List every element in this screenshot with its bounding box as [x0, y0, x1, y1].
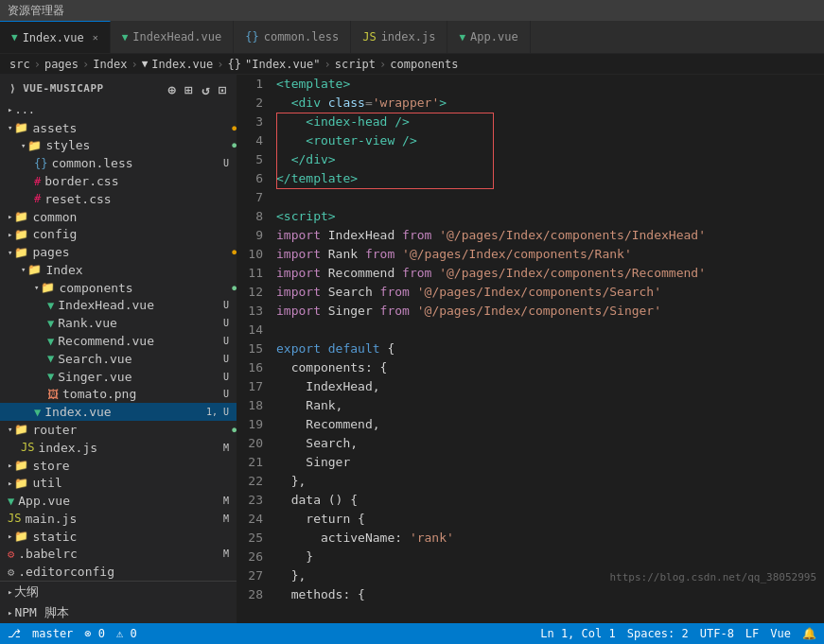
less-icon: {} — [245, 30, 258, 44]
cursor-position: Ln 1, Col 1 — [540, 627, 615, 640]
line-content[interactable]: components: { — [272, 358, 824, 377]
line-number: 23 — [237, 491, 272, 510]
line-content[interactable]: <router-view /> — [272, 131, 824, 150]
code-line-9: 9 import IndexHead from '@/pages/Index/c… — [237, 226, 824, 245]
line-content[interactable]: </div> — [272, 150, 824, 169]
line-content[interactable]: import Rank from '@/pages/Index/componen… — [272, 245, 824, 264]
error-count: ⊗ 0 — [84, 627, 105, 640]
tree-item-common[interactable]: ▸ 📁 common — [0, 208, 237, 226]
tab-common-less[interactable]: {} common.less — [234, 21, 351, 53]
tab-label: IndexHead.vue — [132, 30, 221, 44]
tree-item-components[interactable]: ▾ 📁 components ● — [0, 279, 237, 297]
code-line-19: 19 Recommend, — [237, 415, 824, 434]
tab-index-vue[interactable]: ▼ Index.vue ✕ — [0, 21, 111, 53]
tree-item-main-js[interactable]: JS main.js M — [0, 510, 237, 528]
sidebar-actions[interactable]: ⊕ ⊞ ↺ ⊡ — [167, 82, 227, 97]
tree-item-recommend[interactable]: ▼ Recommend.vue U — [0, 332, 237, 350]
tree-label: .babelrc — [18, 547, 223, 561]
outline-section[interactable]: ▸ 大纲 — [0, 582, 237, 602]
title-label: 资源管理器 — [8, 3, 64, 19]
tree-item-styles[interactable]: ▾ 📁 styles ● — [0, 137, 237, 155]
tree-item-assets[interactable]: ▾ 📁 assets ● — [0, 119, 237, 137]
line-number: 5 — [237, 150, 272, 169]
code-line-10: 10 import Rank from '@/pages/Index/compo… — [237, 245, 824, 264]
line-content[interactable]: } — [272, 548, 824, 566]
tree-item-reset-css[interactable]: # reset.css — [0, 190, 237, 208]
line-content[interactable] — [272, 321, 824, 339]
tree-item-indexhead[interactable]: ▼ IndexHead.vue U — [0, 297, 237, 315]
line-content[interactable]: IndexHead, — [272, 377, 824, 396]
tree-item-babelrc[interactable]: ⚙ .babelrc M — [0, 546, 237, 564]
tree-item-util[interactable]: ▸ 📁 util — [0, 474, 237, 492]
tree-item-store[interactable]: ▸ 📁 store — [0, 457, 237, 475]
vue-icon: ▼ — [47, 317, 54, 330]
line-content[interactable]: activeName: 'rank' — [272, 529, 824, 548]
breadcrumb-components: components — [390, 58, 458, 71]
tab-app-vue[interactable]: ▼ App.vue — [447, 21, 530, 53]
tree-item-editorconfig[interactable]: ⚙ .editorconfig — [0, 563, 237, 581]
tree-item-pages[interactable]: ▾ 📁 pages ● — [0, 243, 237, 261]
line-number: 16 — [237, 358, 272, 377]
line-content[interactable]: Search, — [272, 434, 824, 453]
editor[interactable]: 1 <template> 2 <div class='wrapper'> 3 <… — [237, 75, 824, 623]
line-content[interactable]: Rank, — [272, 396, 824, 415]
line-content[interactable]: import Search from '@/pages/Index/compon… — [272, 283, 824, 302]
tab-close-icon[interactable]: ✕ — [93, 32, 98, 43]
tree-item-index-vue[interactable]: ▼ Index.vue 1, U — [0, 403, 237, 421]
vue-icon: ▼ — [459, 31, 465, 44]
code-line-5: 5 </div> — [237, 150, 824, 169]
line-number: 14 — [237, 321, 272, 339]
line-content[interactable]: methods: { — [272, 585, 824, 604]
line-content[interactable]: <template> — [272, 75, 824, 94]
tree-item-router[interactable]: ▾ 📁 router ● — [0, 421, 237, 439]
tree-item-router-index[interactable]: JS index.js M — [0, 439, 237, 457]
tree-item-config[interactable]: ▸ 📁 config — [0, 225, 237, 243]
line-content[interactable]: Recommend, — [272, 415, 824, 434]
tab-index-js[interactable]: JS index.js — [351, 21, 447, 53]
line-content[interactable]: <index-head /> — [272, 113, 824, 131]
line-content[interactable]: import Singer from '@/pages/Index/compon… — [272, 302, 824, 321]
tree-item-index-folder[interactable]: ▾ 📁 Index — [0, 261, 237, 279]
expand-arrow: ▸ — [8, 212, 12, 221]
tree-label: Search.vue — [58, 352, 223, 366]
line-content[interactable]: }, — [272, 566, 824, 585]
line-number: 24 — [237, 510, 272, 529]
line-number: 8 — [237, 207, 272, 226]
tree-item-singer[interactable]: ▼ Singer.vue U — [0, 368, 237, 386]
line-content[interactable]: <script> — [272, 207, 824, 226]
tree-item-search[interactable]: ▼ Search.vue U — [0, 350, 237, 368]
line-content[interactable]: Singer — [272, 453, 824, 472]
folder-icon: 📁 — [14, 423, 28, 436]
tree-item[interactable]: ▸ ... — [0, 101, 237, 119]
tree-item-rank[interactable]: ▼ Rank.vue U — [0, 314, 237, 332]
vue-icon: ▼ — [11, 31, 18, 44]
tree-label: 大纲 — [14, 583, 237, 600]
line-number: 6 — [237, 169, 272, 188]
line-content[interactable]: data () { — [272, 491, 824, 510]
npm-section[interactable]: ▸ NPM 脚本 — [0, 602, 237, 623]
tree-item-static[interactable]: ▸ 📁 static — [0, 528, 237, 546]
tab-indexhead-vue[interactable]: ▼ IndexHead.vue — [111, 21, 235, 53]
line-content[interactable]: export default { — [272, 339, 824, 358]
tree-item-common-less[interactable]: {} common.less U — [0, 154, 237, 172]
line-content[interactable]: import IndexHead from '@/pages/Index/com… — [272, 226, 824, 245]
line-number: 22 — [237, 472, 272, 491]
tree-label: router — [32, 423, 228, 437]
line-content[interactable]: import Recommend from '@/pages/Index/com… — [272, 264, 824, 283]
line-number: 21 — [237, 453, 272, 472]
vue-icon: ▼ — [47, 299, 54, 312]
tree-item-border-css[interactable]: # border.css — [0, 172, 237, 190]
line-content[interactable]: }, — [272, 472, 824, 491]
indentation: Spaces: 2 — [627, 627, 689, 640]
code-line-17: 17 IndexHead, — [237, 377, 824, 396]
line-content[interactable]: </template> — [272, 169, 824, 188]
tree-item-app-vue[interactable]: ▼ App.vue M — [0, 492, 237, 510]
tab-label: index.js — [381, 30, 436, 44]
tree-item-tomato[interactable]: 🖼 tomato.png U — [0, 386, 237, 404]
line-content[interactable]: <div class='wrapper'> — [272, 94, 824, 113]
line-content[interactable] — [272, 188, 824, 207]
tree-label: App.vue — [18, 494, 223, 508]
line-content[interactable]: return { — [272, 510, 824, 529]
tree-label: Index.vue — [44, 405, 206, 419]
tree-label: Rank.vue — [58, 316, 223, 330]
